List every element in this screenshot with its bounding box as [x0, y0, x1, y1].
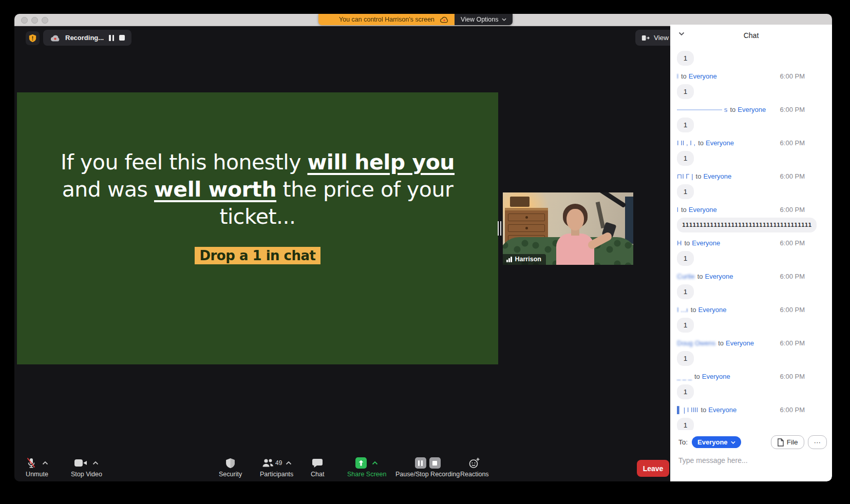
- chat-recipient: Everyone: [692, 239, 720, 247]
- connection-signal-icon: [506, 257, 512, 262]
- chat-message-input[interactable]: Type message here...: [678, 456, 827, 464]
- chat-message: _ _ _toEveryone6:00 PM1: [677, 372, 832, 399]
- chat-message: ⊓I Γ |toEveryone6:00 PM1: [677, 172, 832, 199]
- unmute-button[interactable]: Unmute: [26, 457, 48, 478]
- chat-panel-title: Chat: [670, 31, 832, 40]
- view-options-label: View Options: [461, 16, 498, 23]
- view-layout-icon: [641, 34, 650, 42]
- video-options-chevron[interactable]: [92, 461, 99, 465]
- chat-message-bubble: 1: [677, 251, 694, 266]
- chat-recipient: Everyone: [726, 339, 754, 347]
- chat-message-bubble: 1: [677, 118, 694, 132]
- participant-video-thumbnail[interactable]: Harrison: [503, 192, 633, 265]
- participants-count-badge: 49: [275, 459, 282, 467]
- zoom-window-button[interactable]: [42, 17, 48, 24]
- pause-recording-icon[interactable]: [415, 457, 426, 469]
- chat-sender-name: _ _ _: [677, 373, 692, 380]
- shield-alert-icon: [29, 34, 36, 43]
- chat-message-bubble: 1: [677, 151, 694, 166]
- to-word: to: [718, 339, 724, 347]
- security-button[interactable]: Security: [219, 457, 242, 478]
- to-word: to: [698, 139, 704, 147]
- participant-name: Harrison: [515, 256, 541, 263]
- chat-sender-name: ⊓I Γ |: [677, 172, 693, 180]
- recording-cloud-icon: [440, 16, 448, 23]
- chat-message-bubble: 1: [677, 51, 694, 66]
- leave-meeting-button[interactable]: Leave: [637, 460, 669, 477]
- chevron-down-icon: [502, 18, 506, 21]
- to-word: to: [730, 106, 736, 113]
- to-word: to: [684, 239, 690, 247]
- stop-recording-icon[interactable]: [429, 457, 441, 469]
- picture-frame: [625, 197, 633, 244]
- minimize-window-button[interactable]: [31, 17, 38, 24]
- stop-video-button[interactable]: Stop Video: [71, 457, 102, 478]
- more-options-button[interactable]: ···: [808, 435, 827, 449]
- share-options-chevron[interactable]: [372, 461, 378, 465]
- participants-options-chevron[interactable]: [286, 461, 292, 465]
- pause-recording-button[interactable]: [109, 35, 114, 41]
- to-word: to: [696, 172, 702, 180]
- participants-button[interactable]: 49 Participants: [260, 457, 293, 478]
- shared-screen-slide: If you feel this honestly will help you …: [17, 92, 498, 364]
- zoom-window: You can control Harrison's screen View O…: [14, 14, 832, 481]
- chat-recipient: Everyone: [698, 306, 727, 314]
- screen-control-text: You can control Harrison's screen: [339, 16, 435, 23]
- file-icon: [777, 438, 784, 447]
- chat-recipient: Everyone: [702, 373, 730, 380]
- chat-message-bubble: 1: [677, 418, 694, 430]
- chat-message-bubble: 1111111111111111111111111111111111111: [677, 218, 817, 232]
- to-label: To:: [678, 438, 688, 446]
- shield-icon: [225, 458, 235, 469]
- view-options-dropdown[interactable]: View Options: [455, 14, 513, 25]
- view-layout-button[interactable]: View: [635, 30, 675, 46]
- screen-control-banner: You can control Harrison's screen View O…: [318, 14, 513, 25]
- chat-message: CurtletoEveryone6:00 PM1: [677, 272, 832, 299]
- camera-icon: [74, 458, 87, 468]
- chat-recipient: Everyone: [703, 172, 731, 180]
- chat-recipient: Everyone: [738, 106, 766, 113]
- close-window-button[interactable]: [21, 17, 28, 24]
- share-screen-button[interactable]: Share Screen: [347, 457, 386, 478]
- panel-resize-handle[interactable]: [498, 221, 502, 236]
- chat-message-header: ⊓I Γ |toEveryone6:00 PM: [677, 172, 832, 181]
- chat-message-time: 6:00 PM: [780, 106, 805, 113]
- recipient-selector[interactable]: Everyone: [692, 436, 741, 448]
- chat-message: I ...ıtoEveryone6:00 PM1: [677, 305, 832, 333]
- chat-button[interactable]: Chat: [311, 457, 324, 478]
- chat-message-list[interactable]: 1ltoEveryone6:00 PM1stoEveryone6:00 PM1I…: [670, 47, 832, 430]
- meeting-info-button[interactable]: [26, 31, 40, 45]
- to-word: to: [697, 273, 703, 280]
- chat-message-header: ltoEveryone6:00 PM: [677, 72, 832, 81]
- chat-sender-name: l: [677, 206, 678, 214]
- chat-message-bubble: 1: [677, 384, 694, 399]
- exercise-bike: [582, 192, 626, 208]
- chat-message-header: stoEveryone6:00 PM: [677, 105, 832, 114]
- chat-sender-name: I II , I ,: [677, 139, 695, 147]
- chat-message: stoEveryone6:00 PM1: [677, 105, 832, 132]
- reactions-button[interactable]: Reactions: [460, 457, 489, 478]
- chat-message-bubble: 1: [677, 318, 694, 333]
- chat-message-time: 6:00 PM: [780, 406, 805, 414]
- ellipsis-icon: ···: [814, 438, 821, 446]
- chat-message-time: 6:00 PM: [780, 239, 805, 247]
- chat-message-time: 6:00 PM: [780, 206, 805, 214]
- pause-stop-recording-button[interactable]: Pause/Stop Recording: [395, 457, 460, 478]
- chat-message-header: I ...ıtoEveryone6:00 PM: [677, 305, 832, 314]
- chat-sender-name: Doug Owens: [677, 339, 715, 347]
- audio-options-chevron[interactable]: [42, 461, 48, 465]
- file-attach-button[interactable]: File: [771, 435, 804, 449]
- chat-sender-name: H: [677, 239, 682, 247]
- to-word: to: [681, 72, 687, 80]
- chat-message-bubble: 1: [677, 351, 694, 366]
- chat-message-header: HtoEveryone6:00 PM: [677, 239, 832, 247]
- chat-message: Doug OwenstoEveryone6:00 PM1: [677, 339, 832, 366]
- chat-recipient: Everyone: [689, 72, 717, 80]
- to-word: to: [691, 306, 696, 314]
- redacted-name-line: [677, 109, 722, 110]
- participant-nametag: Harrison: [503, 254, 546, 265]
- stop-recording-button[interactable]: [119, 35, 125, 41]
- chat-message-bubble: 1: [677, 84, 694, 99]
- recording-label: Recording...: [65, 34, 104, 42]
- chat-message-header: ▌ | I IIIItoEveryone6:00 PM: [677, 405, 832, 414]
